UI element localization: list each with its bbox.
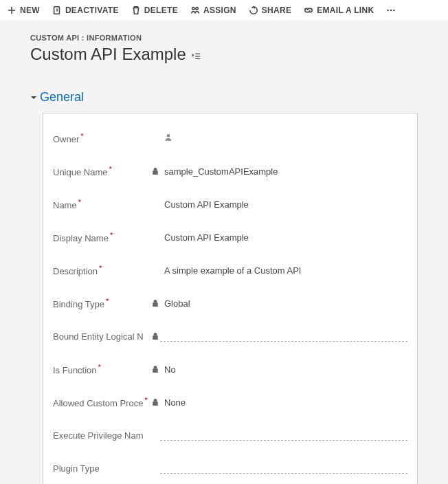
person-icon — [164, 133, 172, 142]
svg-point-2 — [196, 8, 199, 10]
lock-icon — [150, 365, 160, 373]
svg-point-9 — [167, 134, 170, 138]
field-label: Allowed Custom Proce — [53, 398, 144, 408]
field-display-name[interactable]: Display Name* Custom API Example — [53, 227, 407, 248]
chevron-list-icon — [192, 52, 201, 61]
field-label: Name — [53, 200, 77, 210]
svg-rect-13 — [153, 368, 158, 373]
field-label: Bound Entity Logical N — [53, 331, 144, 342]
entity-breadcrumb: CUSTOM API : INFORMATION — [30, 34, 448, 42]
field-value: None — [160, 397, 407, 408]
svg-point-3 — [388, 10, 389, 11]
field-value: A simple example of a Custom API — [160, 265, 407, 276]
assign-icon — [190, 6, 200, 15]
required-indicator: * — [99, 264, 102, 272]
field-value: Custom API Example — [160, 199, 407, 210]
link-icon — [304, 6, 313, 15]
svg-rect-14 — [153, 402, 158, 406]
assign-button[interactable]: ASSIGN — [190, 6, 236, 15]
field-owner[interactable]: Owner* — [53, 128, 407, 148]
deactivate-icon — [52, 6, 62, 15]
svg-rect-8 — [195, 58, 200, 59]
share-button[interactable]: SHARE — [249, 6, 292, 15]
field-binding-type[interactable]: Binding Type* Global — [53, 293, 407, 314]
svg-point-4 — [390, 10, 392, 11]
caret-down-icon — [30, 90, 37, 104]
field-allowed-cps[interactable]: Allowed Custom Proce* None — [53, 392, 407, 412]
delete-button[interactable]: DELETE — [131, 6, 178, 15]
field-unique-name[interactable]: Unique Name* sample_CustomAPIExample — [53, 161, 407, 182]
cmd-label: DELETE — [144, 6, 178, 15]
deactivate-button[interactable]: DEACTIVATE — [52, 6, 119, 15]
cmd-label: ASSIGN — [203, 6, 236, 15]
field-value — [160, 463, 407, 474]
plus-icon — [7, 6, 16, 15]
field-value — [160, 331, 407, 342]
field-value: sample_CustomAPIExample — [160, 166, 407, 177]
field-value — [160, 430, 407, 441]
field-label: Plugin Type — [53, 463, 100, 474]
new-button[interactable]: NEW — [7, 6, 40, 15]
cmd-label: DEACTIVATE — [65, 6, 119, 15]
form-box: Owner* Unique Name* sample_CustomAPIExam… — [43, 113, 418, 484]
required-indicator: * — [78, 198, 81, 206]
lock-icon — [150, 299, 160, 307]
field-label: Execute Privilege Nam — [53, 430, 144, 441]
email-link-button[interactable]: EMAIL A LINK — [304, 6, 374, 15]
svg-rect-12 — [153, 336, 158, 340]
section-general-header[interactable]: General — [30, 90, 418, 104]
field-label: Is Function — [53, 365, 97, 375]
field-is-function[interactable]: Is Function* No — [53, 359, 407, 380]
field-value: Global — [160, 298, 407, 309]
svg-rect-7 — [195, 56, 200, 56]
svg-point-5 — [394, 10, 395, 11]
field-plugin-type[interactable]: Plugin Type — [53, 458, 407, 478]
record-title: Custom API Example — [30, 45, 186, 64]
command-bar: NEW DEACTIVATE DELETE ASSIGN SHARE EMAIL… — [0, 0, 448, 21]
cmd-label: SHARE — [262, 6, 292, 15]
more-button[interactable] — [386, 6, 396, 15]
required-indicator: * — [110, 231, 113, 239]
lock-icon — [150, 332, 160, 340]
field-value: Custom API Example — [160, 232, 407, 243]
field-description[interactable]: Description* A simple example of a Custo… — [53, 260, 407, 280]
section-title: General — [40, 90, 84, 104]
field-bound-entity[interactable]: Bound Entity Logical N — [53, 326, 407, 346]
field-label: Binding Type — [53, 299, 104, 309]
record-header: CUSTOM API : INFORMATION Custom API Exam… — [0, 21, 448, 64]
required-indicator: * — [80, 132, 83, 140]
share-icon — [249, 6, 258, 15]
lock-icon — [150, 398, 160, 406]
form-panel: General Owner* Unique Name* sample_Custo… — [0, 64, 448, 484]
lock-icon — [150, 167, 160, 175]
field-label: Owner — [53, 134, 79, 144]
required-indicator: * — [145, 396, 148, 404]
field-label: Display Name — [53, 233, 109, 243]
required-indicator: * — [109, 165, 112, 173]
trash-icon — [131, 6, 141, 15]
field-name[interactable]: Name* Custom API Example — [53, 194, 407, 214]
field-label: Description — [53, 266, 98, 276]
field-value: No — [160, 364, 407, 375]
required-indicator: * — [98, 363, 101, 371]
record-menu-button[interactable] — [192, 47, 201, 61]
field-label: Unique Name — [53, 167, 108, 177]
field-value — [160, 133, 407, 144]
svg-rect-11 — [153, 302, 158, 307]
svg-point-1 — [192, 8, 195, 10]
cmd-label: NEW — [20, 6, 40, 15]
svg-rect-6 — [195, 54, 200, 54]
svg-rect-10 — [153, 170, 158, 175]
more-icon — [386, 6, 396, 15]
field-execute-privilege[interactable]: Execute Privilege Nam — [53, 425, 407, 446]
cmd-label: EMAIL A LINK — [317, 6, 374, 15]
required-indicator: * — [106, 297, 109, 305]
